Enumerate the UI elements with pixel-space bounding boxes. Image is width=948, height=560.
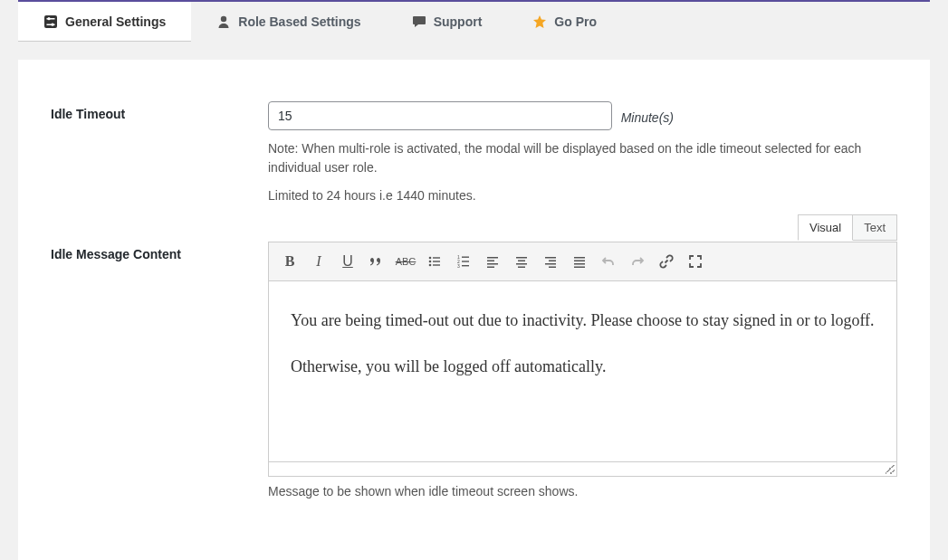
strikethrough-button[interactable]: ABC	[392, 248, 419, 275]
svg-point-10	[429, 264, 432, 267]
star-icon	[532, 14, 547, 29]
align-left-button[interactable]	[479, 248, 506, 275]
tab-label: Go Pro	[554, 14, 597, 29]
svg-text:3: 3	[457, 263, 460, 269]
svg-rect-30	[574, 257, 585, 259]
idle-message-label: Idle Message Content	[51, 242, 268, 261]
tab-general-settings[interactable]: General Settings	[18, 2, 191, 42]
idle-timeout-input[interactable]	[268, 101, 612, 130]
svg-rect-21	[487, 267, 494, 269]
blockquote-button[interactable]	[363, 248, 390, 275]
svg-point-4	[51, 24, 53, 26]
idle-timeout-note2: Limited to 24 hours i.e 1440 minutes.	[268, 186, 897, 205]
idle-timeout-label: Idle Timeout	[51, 101, 268, 121]
svg-rect-27	[549, 261, 556, 262]
svg-rect-13	[462, 257, 469, 258]
message-paragraph: You are being timed-out out due to inact…	[291, 307, 875, 335]
svg-rect-23	[518, 261, 525, 262]
svg-rect-0	[44, 15, 57, 28]
sliders-icon	[43, 14, 58, 29]
message-paragraph: Otherwise, you will be logged off automa…	[291, 353, 875, 381]
svg-rect-25	[518, 267, 525, 269]
resize-grip-icon[interactable]	[886, 465, 895, 474]
editor-toolbar: B I U ABC 123	[268, 242, 897, 281]
rich-text-editor: Visual Text B I U ABC	[268, 242, 897, 477]
tab-bar: General Settings Role Based Settings Sup…	[18, 0, 930, 42]
editor-mode-text[interactable]: Text	[852, 214, 897, 241]
svg-rect-29	[549, 267, 556, 269]
tab-role-based-settings[interactable]: Role Based Settings	[191, 2, 386, 42]
undo-button[interactable]	[595, 248, 622, 275]
svg-rect-9	[433, 261, 440, 261]
svg-point-6	[429, 257, 432, 260]
idle-message-description: Message to be shown when idle timeout sc…	[268, 484, 897, 498]
svg-point-3	[47, 17, 50, 20]
editor-status-bar	[268, 462, 897, 477]
bold-button[interactable]: B	[276, 248, 303, 275]
svg-rect-11	[433, 264, 440, 265]
svg-rect-32	[574, 263, 585, 265]
tab-go-pro[interactable]: Go Pro	[507, 2, 622, 42]
bullet-list-button[interactable]	[421, 248, 448, 275]
editor-content-area[interactable]: You are being timed-out out due to inact…	[268, 281, 897, 462]
svg-rect-24	[516, 263, 527, 265]
align-justify-button[interactable]	[566, 248, 593, 275]
fullscreen-button[interactable]	[682, 248, 709, 275]
editor-mode-visual[interactable]: Visual	[798, 214, 853, 241]
tab-label: Support	[434, 14, 483, 29]
idle-timeout-unit: Minute(s)	[621, 110, 674, 125]
svg-rect-15	[462, 261, 469, 261]
redo-button[interactable]	[624, 248, 651, 275]
svg-rect-22	[516, 257, 527, 259]
settings-panel: Idle Timeout Minute(s) Note: When multi-…	[18, 60, 930, 560]
idle-timeout-note1: Note: When multi-role is activated, the …	[268, 139, 897, 177]
tab-label: General Settings	[65, 14, 166, 29]
link-button[interactable]	[653, 248, 680, 275]
comment-icon	[412, 14, 426, 29]
align-center-button[interactable]	[508, 248, 535, 275]
tab-label: Role Based Settings	[238, 14, 360, 29]
svg-rect-31	[574, 261, 585, 262]
svg-point-8	[429, 261, 432, 263]
user-icon	[216, 14, 231, 29]
svg-rect-20	[487, 263, 498, 265]
svg-rect-26	[545, 257, 556, 259]
svg-rect-7	[433, 257, 440, 258]
align-right-button[interactable]	[537, 248, 564, 275]
svg-rect-18	[487, 257, 498, 259]
svg-point-5	[221, 16, 226, 22]
svg-rect-19	[487, 261, 494, 262]
italic-button[interactable]: I	[305, 248, 332, 275]
underline-button[interactable]: U	[334, 248, 361, 275]
svg-rect-33	[574, 267, 585, 269]
numbered-list-button[interactable]: 123	[450, 248, 477, 275]
svg-rect-17	[462, 265, 469, 266]
svg-rect-28	[545, 263, 556, 265]
tab-support[interactable]: Support	[387, 2, 508, 42]
